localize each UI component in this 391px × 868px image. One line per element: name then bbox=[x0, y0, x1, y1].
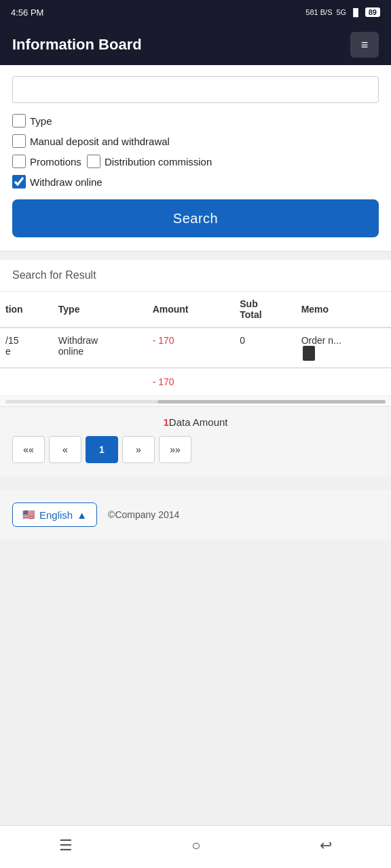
results-header: Search for Result bbox=[0, 260, 391, 292]
col-memo: Memo bbox=[296, 292, 391, 328]
page-title: Information Board bbox=[12, 36, 142, 54]
current-page-button[interactable]: 1 bbox=[86, 436, 118, 463]
language-label: English bbox=[39, 509, 73, 521]
results-card: Search for Result tion Type Amount SubTo… bbox=[0, 260, 391, 477]
checkbox-manual-label: Manual deposit and withdrawal bbox=[30, 136, 170, 147]
table-row: /15 e Withdrawonline - 170 0 Order n... bbox=[0, 328, 391, 368]
scroll-bar-thumb bbox=[157, 400, 386, 403]
checkbox-withdraw[interactable] bbox=[12, 175, 26, 189]
checkbox-distribution-label: Distribution commission bbox=[105, 156, 212, 167]
checkbox-type-label: Type bbox=[30, 115, 52, 127]
scroll-bar-track bbox=[5, 400, 386, 403]
first-page-button[interactable]: «« bbox=[12, 436, 45, 463]
main-content: Type Manual deposit and withdrawal Promo… bbox=[0, 65, 391, 587]
data-amount-label: Data Amount bbox=[169, 416, 228, 428]
scroll-bar-container[interactable] bbox=[0, 396, 391, 406]
search-button[interactable]: Search bbox=[12, 199, 379, 237]
cell-transaction: /15 e bbox=[0, 328, 53, 368]
cell-extra: e bbox=[5, 346, 11, 357]
total-right-cell bbox=[234, 368, 391, 396]
checkbox-withdraw-label: Withdraw online bbox=[30, 176, 103, 188]
checkbox-withdraw-item: Withdraw online bbox=[12, 175, 379, 189]
pagination-controls: «« « 1 » »» bbox=[12, 436, 379, 463]
checkbox-promotions-label: Promotions bbox=[30, 156, 81, 167]
cell-type: Withdrawonline bbox=[53, 328, 147, 368]
cell-memo: Order n... bbox=[296, 328, 391, 368]
checkbox-type-item: Type bbox=[12, 114, 379, 127]
checkbox-promotions[interactable] bbox=[12, 155, 26, 168]
nav-home-button[interactable]: ○ bbox=[178, 833, 214, 859]
total-row: - 170 bbox=[0, 368, 391, 396]
bottom-spacer bbox=[0, 539, 391, 587]
status-bar: 4:56 PM 581 B/S 5G ▐▌ 89 bbox=[0, 0, 391, 24]
checkbox-distribution-item: Distribution commission bbox=[87, 155, 212, 168]
results-table: tion Type Amount SubTotal Memo /15 e Wit… bbox=[0, 292, 391, 396]
table-header-row: tion Type Amount SubTotal Memo bbox=[0, 292, 391, 328]
col-amount: Amount bbox=[147, 292, 235, 328]
pagination-section: 1Data Amount «« « 1 » »» bbox=[0, 406, 391, 477]
flag-icon: 🇺🇸 bbox=[22, 509, 35, 521]
checkbox-distribution[interactable] bbox=[87, 155, 100, 168]
signal-5g: 5G bbox=[336, 8, 346, 16]
cell-subtotal: 0 bbox=[234, 328, 295, 368]
checkbox-type[interactable] bbox=[12, 114, 26, 127]
footer: 🇺🇸 English ▲ ©Company 2014 bbox=[0, 490, 391, 539]
menu-button[interactable]: ≡ bbox=[350, 32, 379, 58]
prev-page-button[interactable]: « bbox=[49, 436, 81, 463]
total-amount-cell: - 170 bbox=[147, 368, 235, 396]
data-amount-display: 1Data Amount bbox=[12, 416, 379, 428]
data-count: 1 bbox=[163, 416, 168, 428]
last-page-button[interactable]: »» bbox=[159, 436, 191, 463]
memo-document-icon bbox=[303, 346, 315, 361]
cell-amount: - 170 bbox=[147, 328, 235, 368]
copyright-text: ©Company 2014 bbox=[108, 509, 179, 520]
language-selector-button[interactable]: 🇺🇸 English ▲ bbox=[12, 502, 97, 527]
checkbox-group: Type Manual deposit and withdrawal Promo… bbox=[12, 114, 379, 189]
total-label-cell bbox=[0, 368, 147, 396]
time-display: 4:56 PM bbox=[11, 7, 43, 18]
app-header: Information Board ≡ bbox=[0, 24, 391, 65]
nav-back-button[interactable]: ↩ bbox=[306, 833, 346, 859]
checkbox-promotions-item: Promotions bbox=[12, 155, 81, 168]
col-transaction: tion bbox=[0, 292, 53, 328]
checkbox-manual[interactable] bbox=[12, 134, 26, 148]
filter-card: Type Manual deposit and withdrawal Promo… bbox=[0, 65, 391, 252]
status-right: 581 B/S 5G ▐▌ 89 bbox=[305, 7, 380, 17]
checkbox-manual-item: Manual deposit and withdrawal bbox=[12, 134, 379, 148]
checkbox-row-middle: Promotions Distribution commission bbox=[12, 155, 379, 168]
nav-menu-button[interactable]: ☰ bbox=[45, 833, 86, 859]
results-table-wrapper[interactable]: tion Type Amount SubTotal Memo /15 e Wit… bbox=[0, 292, 391, 396]
top-search-input[interactable] bbox=[12, 76, 379, 103]
dropdown-arrow-icon: ▲ bbox=[77, 509, 87, 521]
battery-indicator: 89 bbox=[365, 7, 380, 17]
network-speed: 581 B/S bbox=[305, 8, 332, 16]
signal-bars-icon: ▐▌ bbox=[350, 8, 361, 16]
next-page-button[interactable]: » bbox=[122, 436, 155, 463]
bottom-navigation: ☰ ○ ↩ bbox=[0, 825, 391, 868]
col-subtotal: SubTotal bbox=[234, 292, 295, 328]
col-type: Type bbox=[53, 292, 147, 328]
